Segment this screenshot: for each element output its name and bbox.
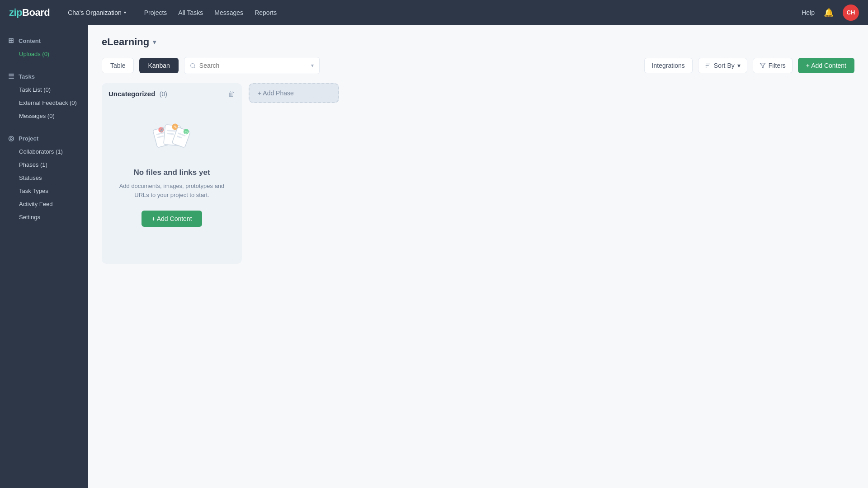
top-nav: zipBoard Cha's Organization ▾ Projects A… bbox=[0, 0, 868, 25]
sidebar-item-task-list[interactable]: Task List (0) bbox=[0, 83, 88, 96]
filters-button[interactable]: Filters bbox=[753, 58, 793, 73]
nav-messages[interactable]: Messages bbox=[214, 9, 243, 16]
sort-by-button[interactable]: Sort By ▾ bbox=[698, 58, 747, 73]
toolbar: Table Kanban ▾ Integrations Sort By ▾ bbox=[102, 57, 854, 74]
help-link[interactable]: Help bbox=[802, 9, 815, 16]
empty-title: No files and links yet bbox=[133, 168, 210, 177]
column-title-area: Uncategorized (0) bbox=[108, 90, 167, 98]
search-dropdown-icon[interactable]: ▾ bbox=[311, 62, 314, 69]
sidebar-tasks-header: ☰ Tasks bbox=[0, 70, 88, 83]
notification-bell-icon[interactable]: 🔔 bbox=[824, 8, 834, 18]
project-icon: ◎ bbox=[8, 134, 14, 142]
org-name: Cha's Organization bbox=[68, 9, 122, 16]
nav-links: Projects All Tasks Messages Reports bbox=[144, 9, 277, 16]
sidebar-item-uploads[interactable]: Uploads (0) bbox=[0, 47, 88, 61]
sidebar-item-messages[interactable]: Messages (0) bbox=[0, 109, 88, 122]
content-icon: ⊞ bbox=[8, 37, 14, 45]
svg-point-0 bbox=[190, 63, 194, 67]
toolbar-right: Integrations Sort By ▾ Filters + Add Con… bbox=[644, 58, 854, 73]
sidebar-item-collaborators[interactable]: Collaborators (1) bbox=[0, 145, 88, 158]
sidebar-item-statuses[interactable]: Statuses bbox=[0, 171, 88, 184]
sidebar-content-section: ⊞ Content Uploads (0) bbox=[0, 34, 88, 61]
sort-chevron-icon: ▾ bbox=[737, 62, 741, 69]
sidebar: ⊞ Content Uploads (0) ☰ Tasks Task List … bbox=[0, 25, 88, 488]
sidebar-tasks-section: ☰ Tasks Task List (0) External Feedback … bbox=[0, 70, 88, 122]
sidebar-item-external-feedback[interactable]: External Feedback (0) bbox=[0, 96, 88, 109]
project-title-text: eLearning bbox=[102, 36, 149, 48]
no-files-illustration: 🔗 ✎ bbox=[151, 118, 192, 159]
project-title-chevron-icon[interactable]: ▾ bbox=[153, 38, 156, 46]
kanban-column-header: Uncategorized (0) 🗑 bbox=[108, 90, 235, 98]
sidebar-content-header: ⊞ Content bbox=[0, 34, 88, 47]
chevron-down-icon: ▾ bbox=[124, 10, 126, 15]
tasks-icon: ☰ bbox=[8, 72, 14, 80]
kanban-board: Uncategorized (0) 🗑 🔗 bbox=[102, 83, 854, 264]
sidebar-tasks-label: Tasks bbox=[19, 73, 35, 80]
empty-state-icon: 🔗 ✎ bbox=[151, 118, 192, 159]
svg-line-1 bbox=[194, 67, 195, 68]
logo-zip: zip bbox=[9, 7, 22, 19]
add-content-header-button[interactable]: + Add Content bbox=[798, 58, 854, 73]
sidebar-item-settings[interactable]: Settings bbox=[0, 211, 88, 224]
filters-label: Filters bbox=[769, 62, 786, 69]
column-title: Uncategorized bbox=[108, 90, 155, 98]
sidebar-item-phases[interactable]: Phases (1) bbox=[0, 158, 88, 171]
main-content: eLearning ▾ Table Kanban ▾ Integrations … bbox=[88, 25, 868, 488]
nav-reports[interactable]: Reports bbox=[255, 9, 277, 16]
svg-marker-5 bbox=[760, 63, 765, 68]
sidebar-content-label: Content bbox=[19, 38, 41, 44]
search-input[interactable] bbox=[199, 62, 307, 69]
sidebar-item-activity-feed[interactable]: Activity Feed bbox=[0, 197, 88, 211]
sidebar-item-task-types[interactable]: Task Types bbox=[0, 184, 88, 197]
logo[interactable]: zipBoard bbox=[9, 7, 50, 19]
tab-kanban[interactable]: Kanban bbox=[139, 58, 178, 73]
avatar[interactable]: CH bbox=[843, 5, 859, 21]
integrations-button[interactable]: Integrations bbox=[644, 58, 693, 73]
sidebar-project-section: ◎ Project Collaborators (1) Phases (1) S… bbox=[0, 131, 88, 224]
column-delete-icon[interactable]: 🗑 bbox=[228, 90, 235, 98]
nav-all-tasks[interactable]: All Tasks bbox=[178, 9, 203, 16]
nav-projects[interactable]: Projects bbox=[144, 9, 167, 16]
org-selector[interactable]: Cha's Organization ▾ bbox=[68, 9, 126, 16]
sort-label: Sort By bbox=[714, 62, 735, 69]
sidebar-project-header: ◎ Project bbox=[0, 131, 88, 145]
search-icon bbox=[190, 62, 196, 69]
project-title: eLearning ▾ bbox=[102, 36, 156, 48]
tab-table[interactable]: Table bbox=[102, 58, 134, 73]
sidebar-project-label: Project bbox=[19, 135, 38, 142]
column-count: (0) bbox=[160, 90, 167, 98]
search-bar: ▾ bbox=[184, 57, 320, 74]
empty-state: 🔗 ✎ bbox=[108, 105, 235, 240]
add-phase-column: + Add Phase bbox=[249, 83, 339, 103]
kanban-column-uncategorized: Uncategorized (0) 🗑 🔗 bbox=[102, 83, 242, 264]
nav-right: Help 🔔 CH bbox=[802, 5, 859, 21]
add-content-card-button[interactable]: + Add Content bbox=[142, 211, 202, 227]
filter-icon bbox=[760, 62, 766, 69]
logo-board: Board bbox=[22, 7, 50, 19]
add-phase-button[interactable]: + Add Phase bbox=[249, 83, 339, 103]
project-header: eLearning ▾ bbox=[102, 36, 854, 48]
empty-description: Add documents, images, prototypes and UR… bbox=[118, 182, 226, 199]
sort-icon bbox=[705, 62, 711, 69]
